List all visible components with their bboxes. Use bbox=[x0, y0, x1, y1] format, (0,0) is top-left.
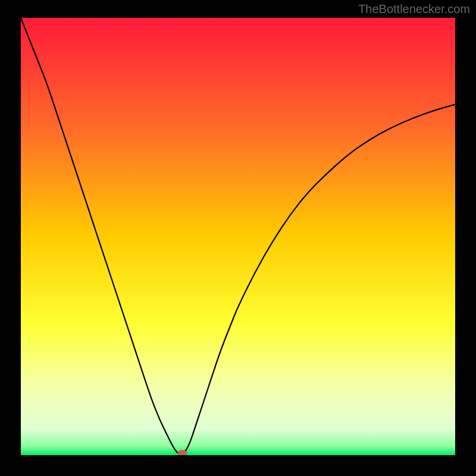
plot-area bbox=[21, 18, 455, 455]
gradient-background bbox=[21, 18, 455, 455]
chart-svg bbox=[21, 18, 455, 455]
watermark-text: TheBottlenecker.com bbox=[358, 2, 470, 16]
chart-container: TheBottlenecker.com bbox=[0, 0, 476, 476]
